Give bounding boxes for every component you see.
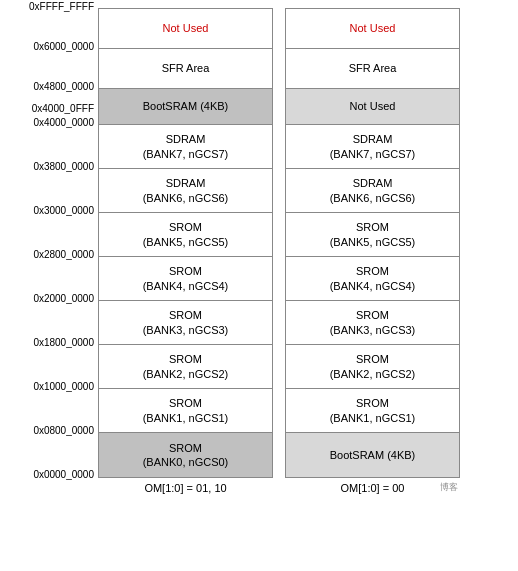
left-memory-map: Not UsedSFR AreaBootSRAM (4KB)SDRAM (BAN… (98, 8, 273, 478)
address-label: 0x1800_0000 (33, 337, 94, 348)
left-cell-8: SROM (BANK2, nGCS2) (99, 345, 272, 389)
right-cell-4: SDRAM (BANK6, nGCS6) (286, 169, 459, 213)
footer: OM[1:0] = 01, 10 OM[1:0] = 00 博客 (8, 482, 510, 494)
right-cell-7: SROM (BANK3, nGCS3) (286, 301, 459, 345)
address-label: 0x2000_0000 (33, 293, 94, 304)
left-cell-3: SDRAM (BANK7, nGCS7) (99, 125, 272, 169)
watermark: 博客 (440, 481, 458, 494)
address-label: 0x6000_0000 (33, 41, 94, 52)
right-footer-label: OM[1:0] = 00 博客 (285, 482, 460, 494)
right-cell-9: SROM (BANK1, nGCS1) (286, 389, 459, 433)
left-cell-2: BootSRAM (4KB) (99, 89, 272, 125)
right-cell-5: SROM (BANK5, nGCS5) (286, 213, 459, 257)
address-label: 0x0800_0000 (33, 425, 94, 436)
right-cell-10: BootSRAM (4KB) (286, 433, 459, 477)
left-cell-1: SFR Area (99, 49, 272, 89)
address-label: 0x3000_0000 (33, 205, 94, 216)
left-footer-label: OM[1:0] = 01, 10 (98, 482, 273, 494)
address-label: 0x1000_0000 (33, 381, 94, 392)
right-memory-map: Not UsedSFR AreaNot UsedSDRAM (BANK7, nG… (285, 8, 460, 478)
right-cell-1: SFR Area (286, 49, 459, 89)
address-label: 0x4000_0000 (33, 117, 94, 128)
left-cell-4: SDRAM (BANK6, nGCS6) (99, 169, 272, 213)
left-cell-0: Not Used (99, 9, 272, 49)
address-label: 0x3800_0000 (33, 161, 94, 172)
address-column: 0xFFFF_FFFF0x6000_00000x4800_00000x4000_… (8, 8, 98, 476)
address-label: 0x4800_0000 (33, 81, 94, 92)
address-label: 0x4000_0FFF (32, 103, 94, 114)
left-cell-5: SROM (BANK5, nGCS5) (99, 213, 272, 257)
left-cell-7: SROM (BANK3, nGCS3) (99, 301, 272, 345)
memory-map-container: 0xFFFF_FFFF0x6000_00000x4800_00000x4000_… (8, 8, 510, 478)
left-cell-6: SROM (BANK4, nGCS4) (99, 257, 272, 301)
right-cell-3: SDRAM (BANK7, nGCS7) (286, 125, 459, 169)
address-label: 0xFFFF_FFFF (29, 1, 94, 12)
right-cell-0: Not Used (286, 9, 459, 49)
address-label: 0x2800_0000 (33, 249, 94, 260)
right-cell-2: Not Used (286, 89, 459, 125)
right-cell-8: SROM (BANK2, nGCS2) (286, 345, 459, 389)
left-cell-10: SROM (BANK0, nGCS0) (99, 433, 272, 477)
left-cell-9: SROM (BANK1, nGCS1) (99, 389, 272, 433)
address-label: 0x0000_0000 (33, 469, 94, 480)
right-cell-6: SROM (BANK4, nGCS4) (286, 257, 459, 301)
